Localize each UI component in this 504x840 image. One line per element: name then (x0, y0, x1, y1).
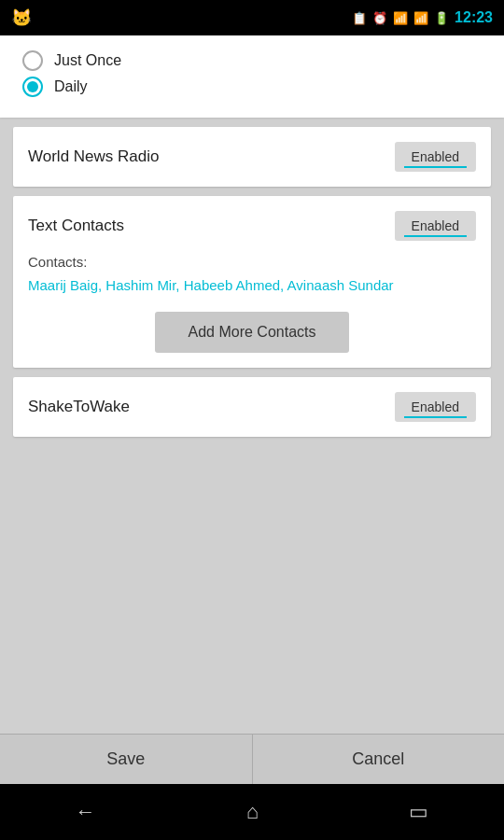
cat-icon: 🐱 (11, 7, 32, 28)
radio-section-card: Just Once Daily (0, 35, 504, 118)
add-more-contacts-button[interactable]: Add More Contacts (155, 312, 350, 353)
world-news-radio-enabled-button[interactable]: Enabled (395, 142, 476, 172)
text-contacts-row: Text Contacts Enabled (28, 211, 476, 241)
world-news-radio-title: World News Radio (28, 147, 159, 166)
save-button[interactable]: Save (0, 734, 253, 784)
shake-to-wake-title: ShakeToWake (28, 398, 130, 416)
bottom-action-bar: Save Cancel (0, 734, 504, 784)
radio-daily-circle[interactable] (22, 77, 43, 97)
contacts-label: Contacts: (28, 254, 476, 270)
main-content: Just Once Daily World News Radio Enabled… (0, 35, 504, 734)
wifi-icon: 📶 (393, 11, 408, 25)
radio-just-once[interactable]: Just Once (22, 50, 482, 71)
back-button[interactable]: ← (76, 800, 96, 824)
text-contacts-enabled-button[interactable]: Enabled (395, 211, 476, 241)
radio-daily-inner (27, 81, 38, 92)
status-bar: 🐱 📋 ⏰ 📶 📶 🔋 12:23 (0, 0, 504, 35)
cancel-button[interactable]: Cancel (253, 734, 505, 784)
nav-bar: ← ⌂ ▭ (0, 784, 504, 840)
contacts-list: Maarij Baig, Hashim Mir, Habeeb Ahmed, A… (28, 275, 476, 297)
world-news-radio-card: World News Radio Enabled (13, 127, 491, 187)
signal-icon: 📶 (413, 11, 428, 25)
radio-daily[interactable]: Daily (22, 77, 482, 97)
world-news-radio-row: World News Radio Enabled (28, 142, 476, 172)
copy-icon: 📋 (352, 11, 367, 25)
alarm-icon: ⏰ (372, 11, 387, 25)
home-button[interactable]: ⌂ (246, 800, 259, 824)
status-bar-right: 📋 ⏰ 📶 📶 🔋 12:23 (352, 9, 493, 26)
radio-just-once-label: Just Once (54, 52, 121, 69)
status-time: 12:23 (455, 9, 493, 26)
text-contacts-title: Text Contacts (28, 217, 124, 235)
text-contacts-card: Text Contacts Enabled Contacts: Maarij B… (13, 196, 491, 368)
shake-to-wake-enabled-button[interactable]: Enabled (395, 392, 476, 422)
radio-just-once-circle[interactable] (22, 50, 43, 71)
battery-icon: 🔋 (434, 11, 449, 25)
shake-to-wake-row: ShakeToWake Enabled (28, 392, 476, 422)
shake-to-wake-card: ShakeToWake Enabled (13, 377, 491, 437)
radio-daily-label: Daily (54, 78, 88, 95)
recents-button[interactable]: ▭ (409, 800, 428, 824)
